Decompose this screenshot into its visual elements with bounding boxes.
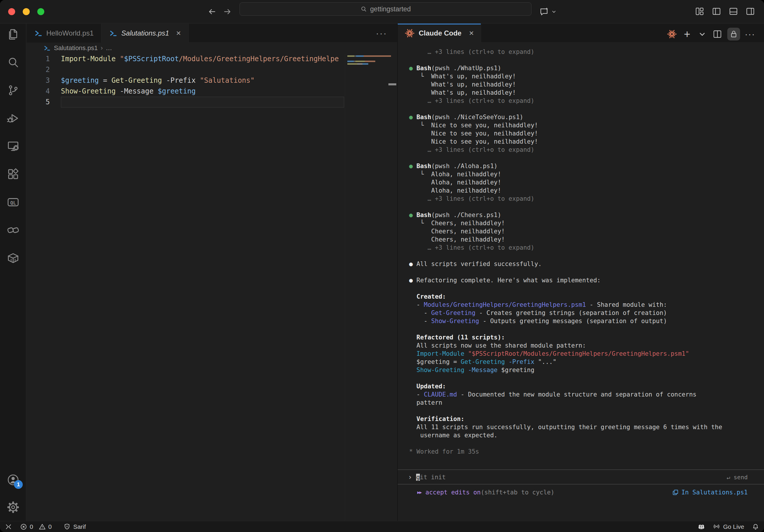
go-live-item[interactable]: Go Live xyxy=(713,523,744,531)
toggle-secondary-sidebar-icon[interactable] xyxy=(745,6,755,16)
tab-claude-code[interactable]: Claude Code × xyxy=(398,24,481,43)
powershell-file-icon xyxy=(43,44,51,52)
activity-bar-item-run-debug[interactable] xyxy=(6,111,20,125)
chat-line: ● Bash(pwsh ./WhatUp.ps1) xyxy=(409,64,760,72)
activity-bar-item-accounts[interactable]: 1 xyxy=(6,473,20,486)
chat-line: … +3 lines (ctrl+o to expand) xyxy=(409,195,760,203)
panel-toolbar-split-editor-icon[interactable] xyxy=(712,29,723,39)
powershell-file-icon xyxy=(109,29,118,38)
problems-indicator[interactable]: 0 0 xyxy=(20,523,52,531)
activity-bar-item-codeql[interactable]: QL xyxy=(6,196,20,209)
panel-toolbar-new-chat-icon[interactable]: + xyxy=(682,29,692,39)
chat-line: - Modules/GreetingHelpers/GreetingHelper… xyxy=(409,301,760,309)
chat-line: All scripts now use the shared module pa… xyxy=(409,341,760,350)
chat-line xyxy=(409,268,760,276)
chat-line: └ Cheers, neilhaddley! xyxy=(409,219,760,227)
breadcrumb[interactable]: Salutations.ps1 › … xyxy=(27,43,397,54)
context-file-pill[interactable]: In Salutations.ps1 xyxy=(672,489,748,496)
zoom-window-button[interactable] xyxy=(37,8,44,15)
activity-bar-item-search[interactable] xyxy=(6,56,20,69)
line-number: 2 xyxy=(27,65,50,75)
text-run: (pwsh ./Cheers.ps1) xyxy=(431,212,501,219)
copilot-status-icon[interactable] xyxy=(697,523,705,531)
activity-bar-item-settings[interactable] xyxy=(6,500,20,514)
sarif-status-item[interactable]: Sarif xyxy=(63,523,86,531)
code-token: -Message xyxy=(116,87,158,95)
context-file-label: In Salutations.ps1 xyxy=(681,489,748,496)
text-run: pattern xyxy=(409,399,442,406)
text-run: -Message xyxy=(468,367,501,374)
text-run: Updated: xyxy=(416,383,446,390)
panel-toolbar-lock-icon[interactable] xyxy=(727,28,740,41)
inline-file-link[interactable]: Get-Greeting xyxy=(431,309,476,316)
chat-line: └ Aloha, neilhaddley! xyxy=(409,170,760,178)
status-bar-right: Go Live xyxy=(690,523,759,531)
text-run: $greeting xyxy=(501,367,534,374)
inline-file-link[interactable]: CLAUDE.md xyxy=(424,391,457,398)
claude-chat-transcript[interactable]: … +3 lines (ctrl+o to expand)● Bash(pwsh… xyxy=(398,43,764,470)
text-run: - Documented the new module structure an… xyxy=(457,391,696,398)
chat-line xyxy=(409,407,760,415)
forward-icon[interactable] xyxy=(223,7,232,16)
editor-group: HelloWorld.ps1Salutations.ps1× ··· Salut… xyxy=(27,24,397,521)
activity-bar-item-extensions[interactable] xyxy=(6,168,20,181)
bell-icon[interactable] xyxy=(752,523,759,531)
code-line: 3$greeting = Get-Greeting -Prefix "Salut… xyxy=(27,75,345,86)
text-run: Refactoring complete. Here's what was im… xyxy=(416,277,601,284)
toggle-primary-sidebar-icon[interactable] xyxy=(711,6,721,16)
breadcrumb-file[interactable]: Salutations.ps1 xyxy=(54,44,97,52)
input-cursor: g xyxy=(416,474,420,481)
back-icon[interactable] xyxy=(207,7,217,16)
code-token: $greeting xyxy=(158,87,196,95)
title-bar: gettingstarted xyxy=(0,0,764,23)
activity-bar-item-source-control[interactable] xyxy=(6,84,20,97)
activity-bar-item-links[interactable] xyxy=(6,224,20,237)
chat-line: Updated: xyxy=(409,382,760,390)
chat-line: What's up, neilhaddley! xyxy=(409,81,760,89)
chat-line: Verification: xyxy=(409,415,760,423)
code-editor[interactable]: 1Import-Module "$PSScriptRoot/Modules/Gr… xyxy=(27,54,397,521)
activity-bar-item-remote-explorer[interactable] xyxy=(6,139,20,153)
activity-bar-item-explorer[interactable] xyxy=(6,28,20,41)
code-token: " xyxy=(120,55,124,63)
claude-tab-label: Claude Code xyxy=(419,29,462,37)
sarif-label: Sarif xyxy=(73,523,86,530)
chat-line: Show-Greeting -Message $greeting xyxy=(409,366,760,374)
copilot-chat-group[interactable] xyxy=(539,6,557,17)
mode-label[interactable]: accept edits on xyxy=(425,489,481,496)
editor-tab-salutations-ps1[interactable]: Salutations.ps1× xyxy=(101,24,189,43)
chat-sparkle-icon xyxy=(539,6,550,17)
traffic-lights xyxy=(8,8,44,15)
toggle-panel-icon[interactable] xyxy=(728,6,738,16)
text-run: What's up, neilhaddley! xyxy=(409,81,516,88)
close-icon[interactable]: × xyxy=(176,29,181,37)
editor-tab-helloworld-ps1[interactable]: HelloWorld.ps1 xyxy=(27,24,101,43)
activity-bar-item-containers[interactable] xyxy=(6,252,20,265)
panel-toolbar-more-icon[interactable]: ··· xyxy=(745,29,755,39)
input-text[interactable]: it init xyxy=(420,474,446,481)
minimap[interactable] xyxy=(345,54,397,521)
inline-file-link[interactable]: Show-Greeting xyxy=(431,317,479,325)
broadcast-icon xyxy=(713,523,721,531)
editor-more-actions-icon[interactable]: ··· xyxy=(376,28,387,38)
new-chat-icon: + xyxy=(682,29,692,39)
minimize-window-button[interactable] xyxy=(23,8,30,15)
text-run: ● xyxy=(409,277,416,284)
text-run: Bash xyxy=(416,114,431,121)
chat-line xyxy=(409,105,760,113)
inline-file-link[interactable]: Modules/GreetingHelpers/GreetingHelpers.… xyxy=(424,301,586,308)
customize-layout-icon[interactable] xyxy=(695,6,704,16)
claude-input-row[interactable]: › g it init ↵ send xyxy=(398,470,764,484)
close-window-button[interactable] xyxy=(8,8,15,15)
panel-toolbar-chevron-down-icon[interactable] xyxy=(697,29,707,39)
code-token: -Prefix xyxy=(162,76,200,85)
send-hint[interactable]: ↵ send xyxy=(727,474,748,481)
panel-toolbar-claude-logo-icon[interactable] xyxy=(667,29,677,39)
breadcrumb-rest[interactable]: … xyxy=(106,44,112,52)
chat-line xyxy=(409,325,760,333)
chat-line: Refactored (11 scripts): xyxy=(409,333,760,341)
close-icon[interactable]: × xyxy=(469,29,474,38)
command-center-search[interactable]: gettingstarted xyxy=(240,2,531,16)
chat-line xyxy=(409,374,760,382)
remote-indicator[interactable] xyxy=(5,523,12,531)
